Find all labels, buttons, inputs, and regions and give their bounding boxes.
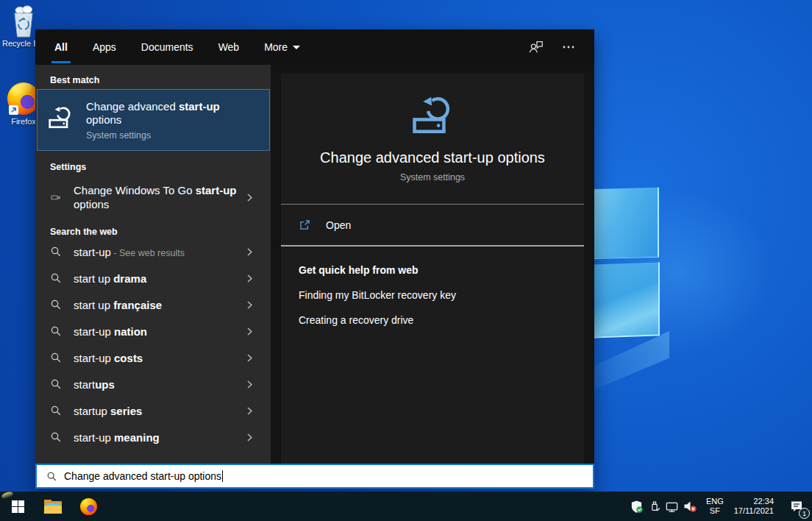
taskbar: ENG SF 22:34 17/11/2021 1 [0,492,812,521]
search-the-web-header: Search the web [35,225,271,238]
chevron-right-icon [245,327,254,336]
preview-title: Change advanced start-up options [320,149,545,166]
start-search-panel: All Apps Documents Web More Best match [35,29,594,489]
tab-all[interactable]: All [51,29,71,65]
search-input-value: Change advanced start-up options [64,470,221,482]
settings-result-label: Change Windows To Go start-up options [74,183,244,211]
open-action[interactable]: Open [281,205,584,245]
clock-date: 17/11/2021 [734,506,774,516]
search-icon [50,405,62,417]
usb-drive-icon [50,191,62,203]
search-icon [50,325,62,337]
chevron-right-icon [245,247,254,257]
help-link-bitlocker[interactable]: Finding my BitLocker recovery key [299,289,584,301]
chevron-right-icon [245,406,254,416]
quick-help-header: Get quick help from web [299,264,584,276]
search-icon [50,378,62,390]
clock[interactable]: 22:34 17/11/2021 [731,497,781,516]
advanced-startup-icon [48,105,73,130]
clock-time: 22:34 [734,497,774,506]
windows-logo-pane-top [588,188,659,260]
tab-documents[interactable]: Documents [138,29,196,65]
search-icon [50,431,62,443]
chevron-right-icon [245,193,254,202]
best-match-subtitle: System settings [86,130,226,141]
chevron-right-icon [245,433,254,442]
shortcut-arrow-icon [9,105,18,115]
tab-more[interactable]: More [261,29,303,65]
open-label: Open [326,219,351,231]
best-match-result[interactable]: Change advanced start-up options System … [37,89,270,151]
web-suggestion-row[interactable]: start-up costs [35,344,271,371]
firefox-icon [80,498,97,515]
windows-logo-icon [12,500,24,513]
chevron-right-icon [245,380,254,389]
web-suggestion-row[interactable]: startups [35,371,271,397]
account-feedback-icon[interactable] [528,39,544,55]
tab-web[interactable]: Web [216,29,243,65]
best-match-title: Change advanced start-up options [86,100,226,127]
web-suggestion-row[interactable]: start up drama [35,265,271,291]
search-filter-tabs: All Apps Documents Web More [35,29,594,65]
search-icon [50,299,62,311]
tray-volume-muted-icon[interactable] [681,492,699,521]
settings-result-windows-to-go[interactable]: Change Windows To Go start-up options [35,178,271,216]
notification-badge: 1 [799,508,810,519]
search-icon [50,272,62,284]
chevron-right-icon [245,353,254,363]
ellipsis-menu-icon[interactable] [562,40,575,54]
search-icon [46,471,57,482]
text-cursor [222,470,223,482]
best-match-header: Best match [35,74,271,87]
tray-security-shield-icon[interactable] [628,492,646,521]
web-suggestion-row[interactable]: start-up - See web results [35,238,271,265]
chevron-right-icon [245,274,254,283]
web-suggestion-row[interactable]: start-up meaning [35,424,271,450]
settings-header: Settings [35,160,271,174]
tab-apps[interactable]: Apps [90,29,119,65]
chevron-down-icon [293,46,300,49]
language-indicator[interactable]: ENG SF [699,497,731,516]
advanced-startup-icon-large [411,94,454,137]
search-icon [50,352,62,364]
web-suggestion-row[interactable]: start up française [35,291,271,318]
preview-subtitle: System settings [400,172,465,182]
file-explorer-icon [44,500,62,514]
taskbar-file-explorer[interactable] [35,492,71,521]
taskbar-firefox[interactable] [71,492,106,521]
web-suggestion-row[interactable]: startup series [35,397,271,424]
tray-usb-icon[interactable] [646,492,663,521]
tray-network-icon[interactable] [663,492,681,521]
search-input[interactable]: Change advanced start-up options [35,464,594,489]
help-link-recovery-drive[interactable]: Creating a recovery drive [299,314,584,326]
windows-logo-pane-bottom [588,262,660,338]
search-results-list: Best match Change advanced start-up opti… [35,65,271,464]
open-external-icon [299,219,311,231]
action-center-button[interactable]: 1 [781,492,812,521]
chevron-right-icon [245,300,254,310]
result-preview-panel: Change advanced start-up options System … [281,74,584,464]
web-suggestion-row[interactable]: start-up nation [35,318,271,344]
search-icon [50,246,62,258]
